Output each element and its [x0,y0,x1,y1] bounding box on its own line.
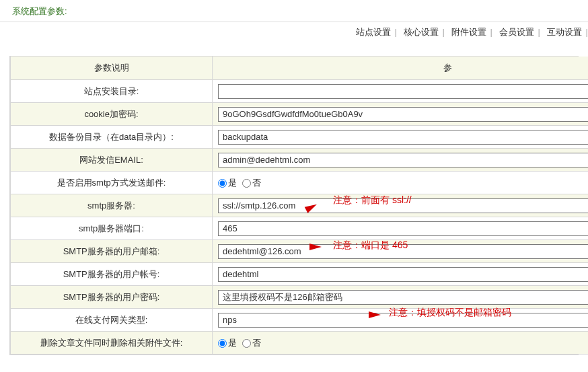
text-input[interactable] [218,221,588,236]
radio-no[interactable] [242,339,251,348]
table-row: 在线支付网关类型: [11,309,589,332]
text-input[interactable] [218,244,588,259]
param-value-cell [213,217,589,240]
radio-group: 是否 [218,178,266,188]
param-label: smtp服务器端口: [11,217,213,240]
text-input[interactable] [218,198,588,213]
text-input[interactable] [218,153,588,168]
text-input[interactable] [218,313,588,328]
table-row: 删除文章文件同时删除相关附件文件:是否 [11,332,589,355]
table-row: SMTP服务器的用户邮箱: [11,240,589,263]
param-label: 数据备份目录（在data目录内）: [11,126,213,149]
table-row: 数据备份目录（在data目录内）: [11,126,589,149]
param-value-cell [213,103,589,126]
param-label: 在线支付网关类型: [11,309,213,332]
radio-yes-label: 是 [228,178,237,188]
text-input[interactable] [218,130,588,145]
tab-site[interactable]: 站点设置 [352,27,395,37]
param-label: 网站发信EMAIL: [11,149,213,172]
radio-no[interactable] [242,179,251,188]
config-table: 参数说明 参 站点安装目录:cookie加密码:数据备份目录（在data目录内）… [10,57,588,355]
radio-group: 是否 [218,338,266,348]
param-label: SMTP服务器的用户密码: [11,286,213,309]
param-value-cell [213,126,589,149]
param-label: smtp服务器: [11,194,213,217]
tab-member[interactable]: 会员设置 [495,27,538,37]
param-value-cell [213,240,589,263]
radio-yes[interactable] [218,179,227,188]
nav-tabs: 站点设置| 核心设置| 附件设置| 会员设置| 互动设置| [0,22,588,44]
col-header-label: 参数说明 [11,57,213,80]
table-row: SMTP服务器的用户密码: [11,286,589,309]
tab-attach[interactable]: 附件设置 [447,27,490,37]
tab-interact[interactable]: 互动设置 [543,27,586,37]
text-input[interactable] [218,267,588,282]
param-label: 站点安装目录: [11,80,213,103]
param-value-cell [213,80,589,103]
radio-yes-label: 是 [228,338,237,348]
table-row: cookie加密码: [11,103,589,126]
table-row: 网站发信EMAIL: [11,149,589,172]
param-label: 是否启用smtp方式发送邮件: [11,172,213,194]
page-title: 系统配置参数: [0,0,588,22]
param-label: SMTP服务器的用户帐号: [11,263,213,286]
param-value-cell [213,263,589,286]
table-row: 站点安装目录: [11,80,589,103]
radio-no-label: 否 [252,178,261,188]
param-value-cell [213,194,589,217]
table-row: smtp服务器: [11,194,589,217]
table-row: smtp服务器端口: [11,217,589,240]
param-value-cell [213,286,589,309]
radio-no-label: 否 [252,338,261,348]
col-header-value: 参 [213,57,589,80]
param-value-cell [213,149,589,172]
param-value-cell [213,309,589,332]
param-label: 删除文章文件同时删除相关附件文件: [11,332,213,355]
radio-yes[interactable] [218,339,227,348]
param-value-cell: 是否 [213,172,589,194]
text-input[interactable] [218,84,588,99]
param-value-cell: 是否 [213,332,589,355]
text-input[interactable] [218,290,588,305]
table-row: 是否启用smtp方式发送邮件:是否 [11,172,589,194]
param-label: SMTP服务器的用户邮箱: [11,240,213,263]
text-input[interactable] [218,107,588,122]
table-row: SMTP服务器的用户帐号: [11,263,589,286]
tab-core[interactable]: 核心设置 [400,27,443,37]
param-label: cookie加密码: [11,103,213,126]
